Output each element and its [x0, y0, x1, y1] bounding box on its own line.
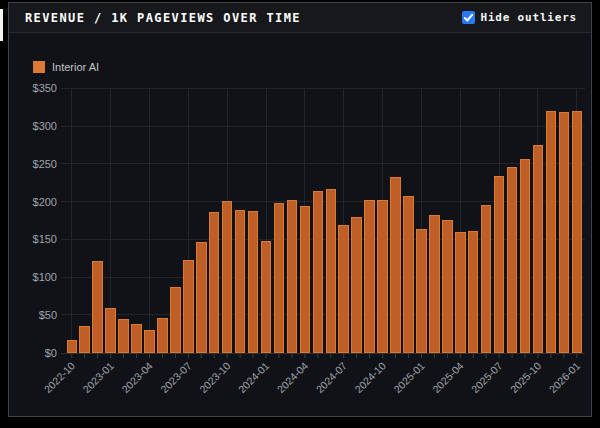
legend-swatch-icon [33, 61, 45, 73]
bar-2024-05[interactable] [313, 191, 323, 352]
x-tick-label: 2023-10 [197, 359, 233, 395]
bar-2023-04[interactable] [145, 331, 155, 353]
bar-2023-09[interactable] [209, 213, 219, 353]
bar-2024-03[interactable] [287, 200, 297, 352]
bar-2023-10[interactable] [222, 202, 232, 353]
x-tick-label: 2025-07 [469, 359, 505, 395]
checkbox-label: Hide outliers [481, 11, 578, 24]
bar-2025-12[interactable] [559, 113, 569, 353]
x-minor-tick [343, 354, 344, 358]
y-tick-label: $100 [33, 271, 57, 283]
x-minor-tick [421, 354, 422, 358]
x-minor-tick [149, 354, 150, 358]
x-tick-label: 2024-07 [313, 359, 349, 395]
bar-2025-06[interactable] [481, 205, 491, 352]
bar-2023-11[interactable] [235, 211, 245, 353]
bar-2025-10[interactable] [533, 146, 543, 353]
bar-2023-08[interactable] [197, 242, 207, 352]
bar-2025-01[interactable] [417, 230, 427, 353]
x-minor-tick [188, 354, 189, 358]
bar-2024-07[interactable] [339, 225, 349, 352]
bar-2024-09[interactable] [365, 200, 375, 352]
x-minor-tick [136, 354, 137, 358]
x-minor-tick [330, 354, 331, 358]
x-tick-label: 2022-10 [41, 359, 77, 395]
bar-2024-12[interactable] [404, 196, 414, 352]
x-tick-label: 2024-10 [352, 359, 388, 395]
bar-2024-02[interactable] [274, 204, 284, 353]
bar-2023-05[interactable] [158, 319, 168, 353]
x-minor-tick [278, 354, 279, 358]
bar-2024-04[interactable] [300, 206, 310, 352]
bar-2023-07[interactable] [184, 260, 194, 352]
x-tick-label: 2025-04 [430, 359, 466, 395]
bar-2022-10[interactable] [67, 340, 77, 352]
y-tick-label: $250 [33, 158, 57, 170]
x-minor-tick [291, 354, 292, 358]
bar-2025-11[interactable] [546, 111, 556, 352]
legend-label: Interior AI [52, 61, 99, 73]
x-minor-tick [253, 354, 254, 358]
bar-2023-02[interactable] [119, 319, 129, 352]
x-tick-label: 2023-04 [119, 359, 155, 395]
bar-2023-06[interactable] [171, 288, 181, 353]
checkbox-checked-icon[interactable] [462, 11, 475, 24]
x-minor-tick [434, 354, 435, 358]
x-minor-tick [201, 354, 202, 358]
bar-2025-02[interactable] [430, 215, 440, 352]
x-minor-tick [71, 354, 72, 358]
x-minor-tick [304, 354, 305, 358]
x-tick-label: 2024-01 [236, 359, 272, 395]
bar-2025-03[interactable] [443, 220, 453, 352]
x-minor-tick [486, 354, 487, 358]
x-minor-tick [525, 354, 526, 358]
x-minor-tick [576, 354, 577, 358]
chart-panel: REVENUE / 1K PAGEVIEWS OVER TIME Hide ou… [8, 2, 592, 417]
x-minor-tick [369, 354, 370, 358]
x-minor-tick [499, 354, 500, 358]
bar-2022-12[interactable] [93, 261, 103, 352]
x-minor-tick [550, 354, 551, 358]
bar-2025-04[interactable] [456, 233, 466, 353]
bar-2022-11[interactable] [80, 326, 90, 352]
y-tick-label: $0 [45, 347, 57, 359]
bar-2023-12[interactable] [248, 211, 257, 352]
x-minor-tick [84, 354, 85, 358]
x-minor-tick [240, 354, 241, 358]
bar-2024-06[interactable] [326, 190, 336, 353]
x-minor-tick [266, 354, 267, 358]
checkmark-icon [463, 12, 474, 23]
x-tick-label: 2023-07 [158, 359, 194, 395]
hide-outliers-checkbox[interactable]: Hide outliers [462, 11, 578, 24]
x-minor-tick [123, 354, 124, 358]
bar-2025-07[interactable] [494, 177, 504, 353]
x-tick-label: 2023-01 [80, 359, 116, 395]
bar-2024-08[interactable] [352, 217, 362, 352]
x-minor-tick [447, 354, 448, 358]
y-tick-label: $150 [33, 233, 57, 245]
x-tick-label: 2025-10 [508, 359, 544, 395]
panel-title: REVENUE / 1K PAGEVIEWS OVER TIME [25, 11, 301, 25]
x-minor-tick [317, 354, 318, 358]
y-tick-label: $200 [33, 196, 57, 208]
x-minor-tick [537, 354, 538, 358]
x-minor-tick [97, 354, 98, 358]
y-tick-label: $50 [39, 309, 57, 321]
bar-2025-09[interactable] [520, 159, 530, 352]
bar-2024-01[interactable] [261, 242, 271, 353]
bar-2025-05[interactable] [468, 231, 478, 352]
x-minor-tick [110, 354, 111, 358]
panel-header: REVENUE / 1K PAGEVIEWS OVER TIME Hide ou… [9, 3, 591, 33]
bar-2026-01[interactable] [572, 112, 582, 353]
bar-2025-08[interactable] [507, 168, 517, 353]
bar-2024-10[interactable] [378, 201, 388, 353]
legend-item-interior-ai[interactable]: Interior AI [33, 61, 99, 73]
bar-2024-11[interactable] [391, 178, 401, 353]
x-minor-tick [214, 354, 215, 358]
x-minor-tick [227, 354, 228, 358]
bar-2023-01[interactable] [106, 309, 116, 353]
bar-chart: $0$50$100$150$200$250$300$3502022-102023… [9, 33, 591, 416]
bar-2023-03[interactable] [132, 325, 142, 353]
x-minor-tick [395, 354, 396, 358]
x-tick-label: 2025-01 [391, 359, 427, 395]
